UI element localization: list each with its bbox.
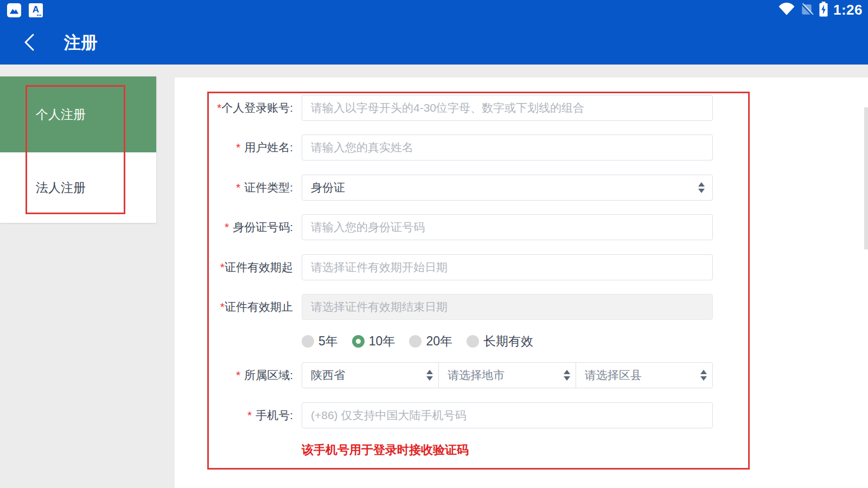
back-button[interactable] <box>20 30 41 54</box>
radio-option-20years[interactable]: 20年 <box>409 333 452 350</box>
province-value: 陕西省 <box>311 368 345 383</box>
field-label: *证件有效期起 <box>201 254 293 280</box>
sidebar-item-personal-register[interactable]: 个人注册 <box>0 76 156 152</box>
spinner-arrows-icon <box>698 182 705 193</box>
cert-type-value: 身份证 <box>311 180 345 195</box>
province-select[interactable]: 陕西省 <box>302 362 439 388</box>
radio-option-long-term[interactable]: 长期有效 <box>467 333 533 350</box>
field-label: *证件有效期止 <box>201 294 293 320</box>
field-label: *证件类型: <box>201 175 293 201</box>
wifi-icon <box>778 2 795 18</box>
required-asterisk: * <box>217 101 221 114</box>
sidebar-item-label: 法人注册 <box>36 179 86 196</box>
validity-end-date-input <box>302 294 713 320</box>
top-bar: A <box>0 0 868 65</box>
keyboard-a-icon: A <box>29 3 43 17</box>
required-asterisk: * <box>236 369 240 381</box>
field-label: *用户姓名: <box>201 134 293 160</box>
spinner-arrows-icon <box>426 370 433 381</box>
cert-type-select[interactable]: 身份证 <box>302 175 713 201</box>
district-placeholder: 请选择区县 <box>585 368 642 383</box>
validity-radio-group: 5年 10年 20年 长期有效 <box>302 329 533 353</box>
page-title: 注册 <box>64 31 98 54</box>
notification-icons: A <box>7 3 43 17</box>
field-label: *手机号: <box>201 402 293 428</box>
phone-number-input[interactable] <box>302 402 713 428</box>
user-name-input[interactable] <box>302 134 713 160</box>
field-label: *所属区域: <box>201 362 293 388</box>
gallery-icon <box>7 3 21 17</box>
required-asterisk: * <box>236 181 240 194</box>
radio-option-10years-selected[interactable]: 10年 <box>352 333 395 350</box>
city-select[interactable]: 请选择地市 <box>438 362 576 388</box>
validity-start-date-input[interactable] <box>302 254 713 280</box>
login-account-input[interactable] <box>302 95 713 121</box>
battery-charging-icon <box>819 2 828 19</box>
radio-option-5years[interactable]: 5年 <box>302 333 338 350</box>
scrollbar-thumb[interactable] <box>864 107 868 249</box>
no-sim-icon <box>800 2 814 18</box>
sidebar-item-label: 个人注册 <box>36 106 86 123</box>
required-asterisk: * <box>220 300 225 313</box>
id-number-input[interactable] <box>302 214 713 240</box>
region-select-group: 陕西省 请选择地市 请选择区县 <box>302 362 713 388</box>
radio-circle <box>409 335 422 348</box>
clock-time: 1:26 <box>833 2 863 18</box>
keyboard-a-letter: A <box>33 5 39 14</box>
required-asterisk: * <box>236 141 240 153</box>
required-asterisk: * <box>247 409 252 421</box>
radio-circle <box>467 335 479 348</box>
sidebar: 个人注册 法人注册 <box>0 76 156 223</box>
status-bar: A <box>0 0 868 20</box>
app-screen: A <box>0 0 868 488</box>
sidebar-item-legal-register[interactable]: 法人注册 <box>0 152 156 223</box>
field-label: *身份证号码: <box>201 214 293 240</box>
spinner-arrows-icon <box>700 370 707 381</box>
status-right-cluster: 1:26 <box>778 0 863 20</box>
district-select[interactable]: 请选择区县 <box>576 362 713 388</box>
spinner-arrows-icon <box>564 370 570 381</box>
required-asterisk: * <box>225 221 229 233</box>
field-label: *个人登录账号: <box>201 95 293 121</box>
keyboard-a-dots <box>37 15 41 16</box>
radio-circle <box>302 335 314 348</box>
radio-circle-selected <box>352 335 365 348</box>
phone-verification-note: 该手机号用于登录时接收验证码 <box>302 442 469 458</box>
required-asterisk: * <box>220 261 225 273</box>
city-placeholder: 请选择地市 <box>448 368 505 383</box>
